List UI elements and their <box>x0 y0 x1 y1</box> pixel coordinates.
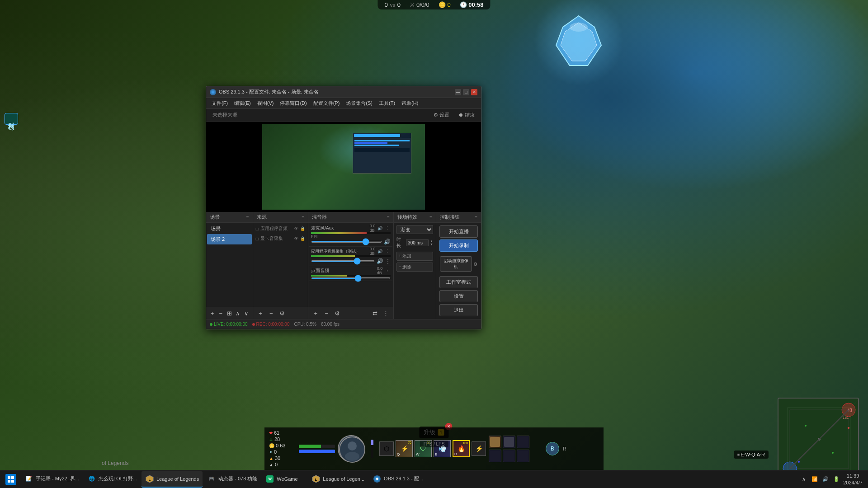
taskbar-item-tool[interactable]: 🎮 动态器 - 078 功能 <box>203 471 261 488</box>
mixer-ch2-vol-icon[interactable]: 🔊 <box>377 258 383 264</box>
item-slot-3[interactable] <box>517 436 529 448</box>
close-button[interactable]: ✕ <box>471 89 477 95</box>
sources-header-label: 来源 <box>257 214 267 221</box>
tray-battery-icon[interactable]: 🔋 <box>832 475 840 483</box>
auto-record-gear-icon[interactable]: ⚙ <box>473 262 477 267</box>
menu-edit[interactable]: 编辑(E) <box>231 99 254 108</box>
recall-button[interactable]: B <box>546 442 559 455</box>
settings-btn[interactable]: 设置 <box>439 290 478 302</box>
remove-transition-btn[interactable]: − 删除 <box>396 263 433 272</box>
add-source-btn[interactable]: + <box>256 309 265 318</box>
scenes-panel: 场景 ≡ 场景 场景 2 + − ⊞ ∧ ∨ <box>206 212 253 319</box>
virtual-camera-btn[interactable]: 启动虚拟摄像机 <box>440 256 472 272</box>
start-record-btn[interactable]: 开始录制 <box>439 239 478 252</box>
mixer-ch1-menu[interactable]: ⋮ <box>384 225 391 231</box>
tray-network-icon[interactable]: 📶 <box>811 475 819 483</box>
mixer-ch3-menu[interactable]: ⋮ <box>384 267 391 274</box>
svg-text:151: 151 <box>843 416 849 420</box>
mixer-settings-btn[interactable]: ⚙ <box>333 309 342 318</box>
tray-volume-icon[interactable]: 🔊 <box>821 475 830 483</box>
obs-panels-row: 场景 ≡ 场景 场景 2 + − ⊞ ∧ ∨ 来源 ≡ □ <box>206 212 481 319</box>
game-tip-panel[interactable]: 对局技巧 <box>5 113 18 125</box>
player-gold: 0.63 <box>276 443 285 448</box>
remove-mixer-btn[interactable]: − <box>322 309 331 318</box>
mixer-vertical-btn[interactable]: ⋮ <box>382 309 391 318</box>
mixer-ch1-mute[interactable]: 🔊 <box>377 225 383 231</box>
mixer-panel-content[interactable]: 麦克风/Aux 0.0 dB 🔊 ⋮ <box>308 223 393 307</box>
add-mixer-source-btn[interactable]: + <box>311 309 320 318</box>
item-slot-2[interactable] <box>503 436 515 448</box>
xp-section <box>368 440 377 458</box>
mixer-ch3-slider[interactable] <box>311 277 391 279</box>
controls-header-icon: ≡ <box>475 215 477 220</box>
item-slot-5[interactable] <box>503 450 515 462</box>
mixer-layout-btn[interactable]: ⇄ <box>371 309 380 318</box>
minimap[interactable]: 43 151 <box>778 398 859 479</box>
remove-source-btn[interactable]: − <box>267 309 276 318</box>
taskbar-item-obs[interactable]: ⏺ OBS 29.1.3 - 配... <box>369 471 427 488</box>
summoner-spell-2[interactable]: ⚡ <box>472 441 486 456</box>
studio-mode-btn[interactable]: 工作室模式 <box>439 276 478 288</box>
scene-item-1[interactable]: 场景 <box>207 224 252 234</box>
menu-scene-collection[interactable]: 场景集合(S) <box>343 99 375 108</box>
mixer-ch2-mute[interactable]: 🔊 <box>377 248 383 254</box>
settings-label: 设置 <box>454 293 464 299</box>
sources-panel-content: □应用程序音频 👁 🔒 □显卡音采集 👁 🔒 <box>253 223 308 307</box>
menu-tools[interactable]: 工具(T) <box>376 99 398 108</box>
taskbar-tool-label: 动态器 - 078 功能 <box>218 475 257 482</box>
mixer-ch2-menu[interactable]: ⋮ <box>384 248 391 254</box>
add-transition-btn[interactable]: + 添加 <box>396 252 433 261</box>
mp-bar <box>299 450 335 453</box>
start-stream-btn[interactable]: 开始直播 <box>439 225 478 238</box>
transitions-header-icon: ≡ <box>429 215 432 220</box>
transition-type-select[interactable]: 渐变 切割 滑动 <box>396 225 433 234</box>
scene-settings-btn[interactable]: ⊞ <box>226 309 233 318</box>
virtual-camera-label: 启动虚拟摄像机 <box>444 258 468 269</box>
toolbar-start-stop-btn[interactable]: ⏺ 结束 <box>456 111 477 119</box>
minimize-button[interactable]: — <box>455 89 461 95</box>
menu-help[interactable]: 帮助(H) <box>399 99 421 108</box>
taskbar-item-browser[interactable]: 🌐 怎么玩LOL打野... <box>84 471 141 488</box>
item-slot-1[interactable] <box>489 436 501 448</box>
menu-file[interactable]: 文件(F) <box>209 99 231 108</box>
remove-scene-btn[interactable]: − <box>217 309 224 318</box>
toolbar-settings-btn[interactable]: ⚙ 设置 <box>431 111 452 119</box>
summoner-spell-1[interactable]: ⬡ <box>379 441 394 456</box>
taskbar-clock[interactable]: 11:39 2024/4/7 <box>843 473 863 486</box>
menu-view[interactable]: 视图(V) <box>255 99 277 108</box>
maximize-button[interactable]: □ <box>463 89 469 95</box>
mixer-header-label: 混音器 <box>312 214 327 221</box>
tray-expand-btn[interactable]: ∧ <box>800 475 808 483</box>
transition-duration-input[interactable] <box>406 239 429 246</box>
mixer-ch2-extra-btn[interactable]: ⋮ <box>385 258 391 264</box>
mixer-ch2-slider[interactable] <box>311 260 375 262</box>
champion-portrait <box>338 435 365 462</box>
menu-dock[interactable]: 停靠窗口(D) <box>277 99 309 108</box>
add-scene-btn[interactable]: + <box>209 309 216 318</box>
source-properties-btn[interactable]: ⚙ <box>278 309 287 318</box>
item-slot-6[interactable] <box>517 450 529 462</box>
menu-profile[interactable]: 配置文件(P) <box>311 99 343 108</box>
exit-btn[interactable]: 退出 <box>439 304 478 316</box>
svg-point-10 <box>832 452 834 454</box>
transition-duration-spinner[interactable]: ▲▼ <box>430 239 433 246</box>
mixer-ch1-vol-icon[interactable]: 🔊 <box>384 239 391 245</box>
player-hud: ❤ 61 ⚔ 28 🪙 0.63 ✦ 0 ▲ 30 ▲ 0 <box>264 427 604 470</box>
taskbar-item-lol2[interactable]: L League of Legen... <box>308 471 368 488</box>
ability-r[interactable]: 🔥 R 100 <box>453 440 470 457</box>
taskbar-obs-label: OBS 29.1.3 - 配... <box>384 475 423 482</box>
scene-item-2[interactable]: 场景 2 <box>207 234 252 244</box>
scenes-filter-label: 未选择来源 <box>210 111 240 119</box>
obs-preview[interactable] <box>206 122 481 212</box>
hp-bar <box>299 445 335 448</box>
taskbar-item-wegame[interactable]: W WeGame <box>262 471 307 488</box>
item-slot-4[interactable] <box>489 450 501 462</box>
scene-down-btn[interactable]: ∨ <box>243 309 250 318</box>
mixer-ch1-slider[interactable] <box>311 241 382 243</box>
start-button[interactable] <box>2 471 20 488</box>
ability-q[interactable]: ⚡ Q 70 <box>396 440 413 457</box>
scene-up-btn[interactable]: ∧ <box>235 309 241 318</box>
taskbar-item-notepad[interactable]: 📝 手记墨 - My22_界... <box>21 471 83 488</box>
taskbar-item-lol[interactable]: L League of Legends <box>142 471 203 488</box>
mixer-channel-1: 麦克风/Aux 0.0 dB 🔊 ⋮ <box>309 224 392 247</box>
